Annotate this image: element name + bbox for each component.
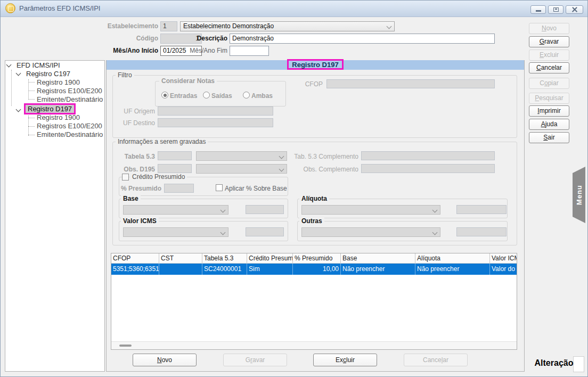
chevron-down-icon bbox=[220, 230, 226, 235]
aplicar-sobre-base-checkbox[interactable] bbox=[216, 184, 223, 191]
mes-ano-fim-label: Mês/Ano Fim bbox=[185, 47, 227, 54]
side-excluir-button[interactable]: Excluir bbox=[529, 50, 569, 61]
side-sair-button[interactable]: Sair bbox=[529, 132, 569, 143]
descricao-field[interactable]: Demonstração bbox=[230, 34, 495, 44]
uf-destino-field[interactable] bbox=[158, 118, 273, 127]
tree-item-registro-c197[interactable]: Registro C197 bbox=[26, 70, 70, 78]
aplicar-sobre-base-label[interactable]: Aplicar % Sobre Base bbox=[225, 185, 287, 192]
credito-presumido-label[interactable]: Crédito Presumido bbox=[130, 173, 187, 181]
tabela53-label: Tabela 5.3 bbox=[102, 153, 155, 160]
scrollbar-thumb[interactable] bbox=[119, 345, 132, 347]
uf-origem-label: UF Origem bbox=[112, 108, 155, 115]
grid-horizontal-scrollbar[interactable] bbox=[111, 341, 517, 349]
chevron-down-icon bbox=[432, 230, 438, 235]
tree-item-registros-e100-e200[interactable]: Registros E100/E200 bbox=[37, 122, 102, 130]
uf-origem-field[interactable] bbox=[158, 106, 273, 116]
side-copiar-button[interactable]: Copiar bbox=[529, 78, 569, 89]
percent-presumido-label: % Presumido bbox=[112, 185, 161, 192]
side-pesquisar-button[interactable]: Pesquisar bbox=[529, 93, 569, 104]
considerar-notas-caption: Considerar Notas bbox=[159, 77, 217, 85]
side-novo-button[interactable]: Novo bbox=[529, 23, 569, 34]
side-imprimir-button[interactable]: Imprimir bbox=[529, 105, 569, 117]
tabela53-combobox[interactable] bbox=[196, 151, 287, 161]
grid-col-percent-presumido[interactable]: % Presumido bbox=[293, 253, 341, 263]
cfop-field[interactable] bbox=[326, 79, 495, 88]
grid-col-aliquota[interactable]: Alíquota bbox=[415, 253, 490, 263]
base-field[interactable] bbox=[246, 205, 284, 214]
tree-item-registros-e100-e200[interactable]: Registros E100/E200 bbox=[37, 87, 102, 95]
minimize-icon bbox=[536, 10, 541, 12]
minimize-button[interactable] bbox=[530, 5, 546, 14]
filtro-caption: Filtro bbox=[116, 71, 134, 79]
grid-col-tabela53[interactable]: Tabela 5.3 bbox=[202, 253, 247, 263]
tab53-complemento-label: Tab. 5.3 Complemento bbox=[284, 153, 358, 160]
valor-icms-field[interactable] bbox=[246, 227, 284, 236]
informacoes-caption: Informações a serem gravadas bbox=[116, 138, 208, 145]
outras-field[interactable] bbox=[456, 227, 507, 236]
grid-row-selected[interactable]: 5351;5360;6351- SC24000001 Sim 10,00 Não… bbox=[111, 264, 517, 275]
grid-gravar-button[interactable]: Gravar bbox=[223, 354, 287, 366]
tabela53-code-field[interactable] bbox=[158, 151, 192, 160]
grid-col-base[interactable]: Base bbox=[341, 253, 415, 263]
outras-caption: Outras bbox=[299, 217, 324, 225]
chevron-down-icon bbox=[432, 208, 438, 213]
grid-header-row: CFOP CST Tabela 5.3 Crédito Presumido % … bbox=[111, 253, 517, 264]
tree-item-emitente-destinatario[interactable]: Emitente/Destinatário bbox=[37, 130, 103, 138]
tree-item-emitente-destinatario[interactable]: Emitente/Destinatário bbox=[37, 95, 103, 103]
valor-icms-combobox[interactable] bbox=[123, 227, 228, 237]
grid-cancelar-button[interactable]: Cancelar bbox=[404, 354, 468, 366]
grid-col-valor-icms[interactable]: Valor ICMS bbox=[490, 253, 517, 263]
maximize-button[interactable] bbox=[548, 5, 564, 14]
radio-entradas[interactable] bbox=[161, 92, 168, 99]
estabelecimento-combobox[interactable]: Estabelecimento Demonstração bbox=[180, 21, 395, 31]
estabelecimento-code-field[interactable]: 1 bbox=[160, 21, 177, 31]
chevron-down-icon bbox=[279, 154, 284, 159]
chevron-down-icon bbox=[279, 167, 284, 172]
maximize-icon bbox=[553, 7, 559, 12]
obs-d195-label: Obs. D195 bbox=[102, 166, 155, 173]
panel-header-bar: Registro D197 bbox=[107, 60, 524, 70]
aliquota-field[interactable] bbox=[456, 205, 507, 214]
radio-ambas[interactable] bbox=[243, 92, 250, 99]
aliquota-combobox[interactable] bbox=[301, 205, 440, 215]
grid-novo-button[interactable]: Novo bbox=[133, 354, 197, 366]
grid-excluir-button[interactable]: Excluir bbox=[313, 354, 377, 366]
tree-item-registro-1900[interactable]: Registro 1900 bbox=[37, 78, 80, 86]
percent-presumido-field[interactable] bbox=[164, 184, 194, 193]
grid-col-cst[interactable]: CST bbox=[159, 253, 202, 263]
cfop-label: CFOP bbox=[281, 80, 323, 88]
base-caption: Base bbox=[121, 195, 141, 202]
tree-item-efd-icms-ipi[interactable]: EFD ICMS/IPI bbox=[17, 61, 60, 69]
side-cancelar-button[interactable]: Cancelar bbox=[529, 62, 569, 73]
aliquota-caption: Alíquota bbox=[299, 195, 329, 202]
base-combobox[interactable] bbox=[123, 205, 228, 215]
radio-entradas-label[interactable]: Entradas bbox=[170, 92, 197, 100]
menu-tab[interactable]: Menu bbox=[573, 167, 585, 223]
obs-d195-combobox[interactable] bbox=[196, 164, 287, 174]
tree-item-registro-1900[interactable]: Registro 1900 bbox=[37, 113, 80, 121]
mes-ano-fim-field[interactable] bbox=[230, 46, 269, 56]
status-mode-label: Alteração bbox=[525, 358, 583, 368]
panel-title: Registro D197 bbox=[287, 59, 343, 70]
obs-d195-code-field[interactable] bbox=[158, 164, 192, 173]
mes-ano-inicio-label: Mês/Ano Início bbox=[105, 47, 158, 54]
chevron-down-icon bbox=[387, 24, 392, 29]
obs-complemento-field[interactable] bbox=[361, 164, 495, 173]
grid-col-cfop[interactable]: CFOP bbox=[111, 253, 159, 263]
tab53-complemento-field[interactable] bbox=[361, 151, 495, 160]
outras-combobox[interactable] bbox=[301, 227, 440, 237]
grid-col-credito-presumido[interactable]: Crédito Presumido bbox=[247, 253, 293, 263]
credito-presumido-checkbox[interactable] bbox=[122, 174, 129, 181]
radio-saidas-label[interactable]: Saídas bbox=[211, 92, 232, 100]
records-grid: CFOP CST Tabela 5.3 Crédito Presumido % … bbox=[111, 253, 517, 350]
radio-saidas[interactable] bbox=[203, 92, 210, 99]
close-button[interactable] bbox=[566, 5, 583, 14]
tree-connector bbox=[11, 70, 12, 106]
window-title: Parâmetros EFD ICMS/IPI bbox=[19, 4, 100, 12]
side-ajuda-button[interactable]: Ajuda bbox=[529, 119, 569, 130]
side-gravar-button[interactable]: Gravar bbox=[529, 36, 569, 47]
radio-ambas-label[interactable]: Ambas bbox=[251, 92, 273, 100]
codigo-label: Código bbox=[105, 35, 158, 42]
tree-item-registro-d197-selected[interactable]: Registro D197 bbox=[24, 103, 76, 114]
uf-destino-label: UF Destino bbox=[112, 119, 155, 127]
